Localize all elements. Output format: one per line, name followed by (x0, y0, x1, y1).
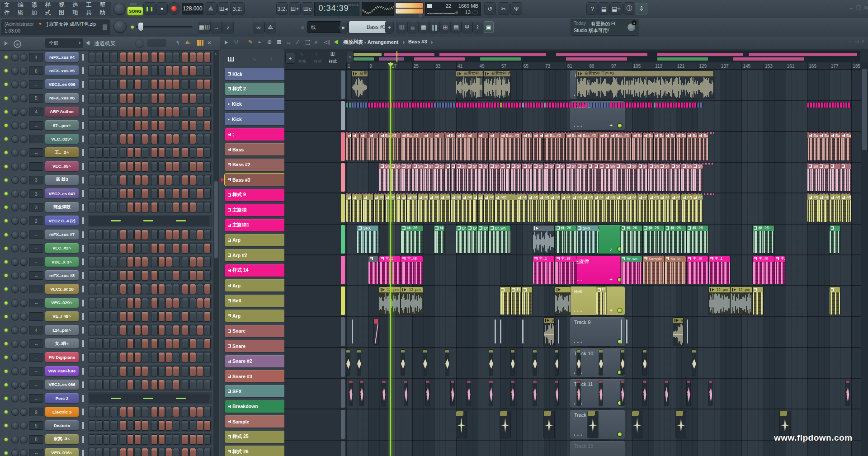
channel-button[interactable]: VEC2..es 066 (45, 380, 79, 390)
step-cell[interactable] (182, 325, 188, 335)
step-cell[interactable] (127, 284, 133, 294)
channel-target-box[interactable]: -- (29, 299, 43, 307)
step-cell[interactable] (190, 380, 196, 390)
clip-hit[interactable] (489, 381, 493, 406)
channel-pan-knob[interactable] (12, 67, 19, 74)
channel-button[interactable]: VEC..#2 ∿ (45, 243, 79, 253)
step-cell[interactable] (127, 52, 133, 62)
channel-target-box[interactable]: -- (29, 271, 43, 280)
step-cell[interactable] (135, 175, 141, 185)
channel-pan-knob[interactable] (12, 450, 19, 456)
step-cell[interactable] (89, 202, 95, 212)
rack-scroll-up-icon[interactable]: ∧ (214, 52, 217, 56)
help-icon[interactable]: ? (587, 3, 598, 14)
step-cell[interactable] (111, 80, 117, 89)
step-cell[interactable] (173, 80, 179, 89)
picker-audio-icon[interactable]: ∿ (252, 56, 256, 62)
step-cell[interactable] (151, 230, 157, 240)
clip-Sna..#3[interactable]: Sna..#3 (423, 164, 434, 191)
step-cell[interactable] (166, 257, 172, 267)
channel-mute-indicator[interactable] (82, 190, 84, 197)
step-cell[interactable] (190, 244, 196, 253)
channel-button[interactable]: reFX..xus #4 (45, 52, 79, 62)
channel-target-box[interactable]: 2 (29, 216, 43, 225)
channel-led[interactable] (5, 233, 8, 236)
clip-样..25[interactable]: 样..25 (596, 287, 607, 315)
clip-audio-star[interactable] (500, 411, 510, 437)
picker-tab-1[interactable]: 自动 (313, 59, 321, 65)
step-cell[interactable] (190, 339, 196, 348)
step-cell[interactable] (151, 271, 157, 280)
step-cell[interactable] (142, 189, 148, 198)
step-cell[interactable] (159, 66, 165, 75)
step-cell[interactable] (190, 325, 196, 335)
step-cell[interactable] (166, 435, 172, 444)
step-cell[interactable] (135, 312, 141, 321)
step-cell[interactable] (104, 107, 109, 117)
step-cell[interactable] (135, 353, 141, 362)
step-cell[interactable] (111, 52, 117, 62)
step-cell[interactable] (142, 107, 148, 117)
step-cell[interactable] (89, 148, 95, 157)
clip-melx[interactable] (368, 256, 379, 284)
step-cell[interactable] (89, 66, 95, 75)
step-cell[interactable] (89, 121, 95, 130)
step-cell[interactable] (111, 148, 117, 157)
step-cell[interactable] (142, 448, 148, 456)
channel-target-box[interactable]: -- (29, 381, 43, 389)
clip-thin[interactable] (621, 320, 622, 343)
project-files-button[interactable]: ▤ (451, 21, 461, 33)
playlist-restore-button[interactable]: ❒ (855, 39, 859, 44)
channel-led[interactable] (5, 247, 8, 250)
channel-led[interactable] (5, 370, 8, 373)
step-cell[interactable] (173, 271, 179, 280)
clip-Arp #2[interactable]: Arp #2 (626, 194, 637, 222)
step-cell[interactable] (182, 435, 188, 444)
pattern-strip-segment[interactable] (503, 103, 522, 108)
step-cell[interactable] (135, 407, 141, 417)
step-cell[interactable] (135, 325, 141, 335)
channel-mute-indicator[interactable] (82, 340, 84, 347)
update-banner[interactable]: Today 有更新的 FL Studio 版本可用! 1 (571, 19, 639, 35)
step-cell[interactable] (197, 271, 203, 280)
pattern-item-Kick[interactable]: Kick (225, 68, 290, 80)
step-cell[interactable] (104, 325, 109, 335)
step-cell[interactable] (197, 134, 203, 144)
step-cell[interactable] (96, 107, 102, 117)
track-wave-icon[interactable]: ✦ (609, 308, 613, 313)
metro2-icon[interactable]: ⟁ (265, 21, 276, 33)
step-cell[interactable] (135, 339, 141, 348)
step-cell[interactable] (104, 367, 109, 376)
clip-hit[interactable] (357, 350, 361, 375)
step-cell[interactable] (190, 435, 196, 444)
channel-mute-indicator[interactable] (82, 67, 84, 74)
step-cell[interactable] (96, 175, 102, 185)
clip-Ba..#3[interactable]: Ba..#3 (818, 133, 829, 160)
clip-Ba..#3[interactable]: Ba..#3 (401, 133, 422, 160)
track-wave-icon[interactable]: ✦ (609, 123, 613, 128)
channel-pan-knob[interactable] (12, 272, 19, 279)
clip-Sna..3[interactable]: Sna..3 (456, 164, 467, 191)
step-cell[interactable] (151, 244, 157, 253)
step-cell[interactable] (197, 284, 203, 294)
step-cell[interactable] (197, 162, 203, 171)
step-cell[interactable] (159, 448, 165, 456)
playlist-minimize-button[interactable]: – (849, 39, 851, 44)
channel-mute-indicator[interactable] (82, 368, 84, 375)
step-cell[interactable] (89, 94, 95, 103)
step-cell[interactable] (197, 52, 203, 62)
clip-Ba..#3[interactable]: Ba..#3 (522, 133, 533, 160)
step-cell[interactable] (104, 312, 109, 321)
clip-hit[interactable] (533, 381, 537, 406)
track-color-strip[interactable] (341, 256, 345, 284)
pattern-item-Bass[interactable]: Bass (225, 143, 290, 155)
step-cell[interactable] (120, 189, 126, 198)
clip-hit[interactable] (846, 381, 849, 406)
channel-button[interactable]: VEC..023 ∿ (45, 134, 79, 144)
clip-Bas..#3[interactable]: Bas..#3 (577, 133, 598, 160)
step-cell[interactable] (120, 80, 126, 89)
step-cell[interactable] (197, 367, 203, 376)
step-cell[interactable] (151, 421, 157, 430)
step-cell[interactable] (151, 435, 157, 444)
step-cell[interactable] (166, 107, 172, 117)
